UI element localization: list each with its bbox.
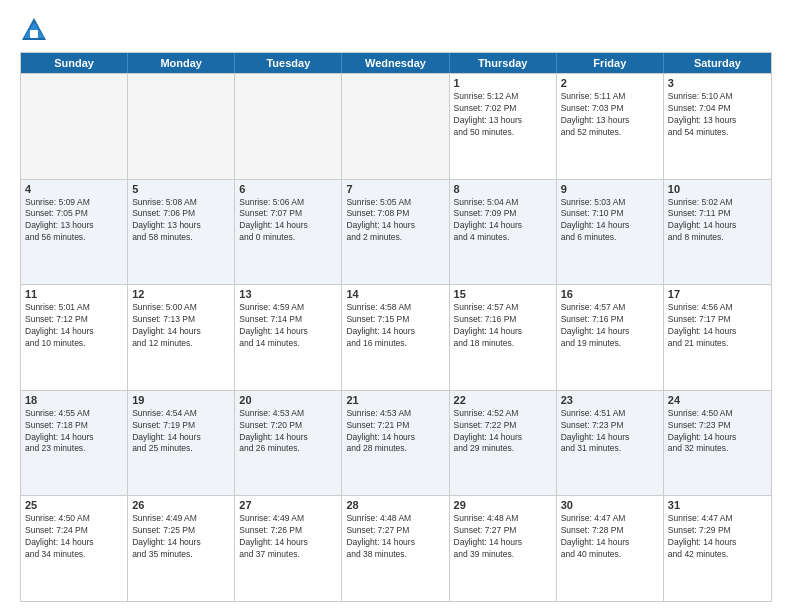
day-number: 3	[668, 77, 767, 89]
day-number: 11	[25, 288, 123, 300]
cell-info: Sunrise: 4:59 AM Sunset: 7:14 PM Dayligh…	[239, 302, 337, 350]
day-number: 5	[132, 183, 230, 195]
day-number: 28	[346, 499, 444, 511]
calendar: SundayMondayTuesdayWednesdayThursdayFrid…	[20, 52, 772, 602]
cell-info: Sunrise: 4:58 AM Sunset: 7:15 PM Dayligh…	[346, 302, 444, 350]
cell-info: Sunrise: 4:55 AM Sunset: 7:18 PM Dayligh…	[25, 408, 123, 456]
calendar-body: 1Sunrise: 5:12 AM Sunset: 7:02 PM Daylig…	[21, 73, 771, 601]
calendar-cell: 2Sunrise: 5:11 AM Sunset: 7:03 PM Daylig…	[557, 74, 664, 179]
day-number: 31	[668, 499, 767, 511]
logo-icon	[20, 16, 48, 44]
day-number: 12	[132, 288, 230, 300]
day-number: 21	[346, 394, 444, 406]
calendar-cell: 21Sunrise: 4:53 AM Sunset: 7:21 PM Dayli…	[342, 391, 449, 496]
calendar-cell: 11Sunrise: 5:01 AM Sunset: 7:12 PM Dayli…	[21, 285, 128, 390]
day-number: 7	[346, 183, 444, 195]
day-number: 10	[668, 183, 767, 195]
calendar-cell	[235, 74, 342, 179]
calendar-cell: 25Sunrise: 4:50 AM Sunset: 7:24 PM Dayli…	[21, 496, 128, 601]
cell-info: Sunrise: 4:48 AM Sunset: 7:27 PM Dayligh…	[346, 513, 444, 561]
cell-info: Sunrise: 4:53 AM Sunset: 7:21 PM Dayligh…	[346, 408, 444, 456]
calendar-cell: 4Sunrise: 5:09 AM Sunset: 7:05 PM Daylig…	[21, 180, 128, 285]
cell-info: Sunrise: 5:12 AM Sunset: 7:02 PM Dayligh…	[454, 91, 552, 139]
day-number: 16	[561, 288, 659, 300]
cell-info: Sunrise: 4:50 AM Sunset: 7:24 PM Dayligh…	[25, 513, 123, 561]
calendar-cell	[128, 74, 235, 179]
cell-info: Sunrise: 4:47 AM Sunset: 7:29 PM Dayligh…	[668, 513, 767, 561]
calendar-cell: 27Sunrise: 4:49 AM Sunset: 7:26 PM Dayli…	[235, 496, 342, 601]
calendar-cell: 5Sunrise: 5:08 AM Sunset: 7:06 PM Daylig…	[128, 180, 235, 285]
calendar-week-3: 11Sunrise: 5:01 AM Sunset: 7:12 PM Dayli…	[21, 284, 771, 390]
day-number: 17	[668, 288, 767, 300]
calendar-cell: 13Sunrise: 4:59 AM Sunset: 7:14 PM Dayli…	[235, 285, 342, 390]
cell-info: Sunrise: 4:54 AM Sunset: 7:19 PM Dayligh…	[132, 408, 230, 456]
calendar-week-5: 25Sunrise: 4:50 AM Sunset: 7:24 PM Dayli…	[21, 495, 771, 601]
day-number: 2	[561, 77, 659, 89]
cell-info: Sunrise: 4:52 AM Sunset: 7:22 PM Dayligh…	[454, 408, 552, 456]
calendar-cell: 20Sunrise: 4:53 AM Sunset: 7:20 PM Dayli…	[235, 391, 342, 496]
cell-info: Sunrise: 4:48 AM Sunset: 7:27 PM Dayligh…	[454, 513, 552, 561]
logo	[20, 16, 52, 44]
cell-info: Sunrise: 4:53 AM Sunset: 7:20 PM Dayligh…	[239, 408, 337, 456]
header-day-tuesday: Tuesday	[235, 53, 342, 73]
cell-info: Sunrise: 4:57 AM Sunset: 7:16 PM Dayligh…	[454, 302, 552, 350]
calendar-cell: 31Sunrise: 4:47 AM Sunset: 7:29 PM Dayli…	[664, 496, 771, 601]
calendar-cell: 23Sunrise: 4:51 AM Sunset: 7:23 PM Dayli…	[557, 391, 664, 496]
cell-info: Sunrise: 5:08 AM Sunset: 7:06 PM Dayligh…	[132, 197, 230, 245]
calendar-cell	[21, 74, 128, 179]
day-number: 18	[25, 394, 123, 406]
calendar-cell: 26Sunrise: 4:49 AM Sunset: 7:25 PM Dayli…	[128, 496, 235, 601]
day-number: 25	[25, 499, 123, 511]
day-number: 19	[132, 394, 230, 406]
header	[20, 16, 772, 44]
header-day-thursday: Thursday	[450, 53, 557, 73]
calendar-cell: 24Sunrise: 4:50 AM Sunset: 7:23 PM Dayli…	[664, 391, 771, 496]
header-day-friday: Friday	[557, 53, 664, 73]
day-number: 27	[239, 499, 337, 511]
cell-info: Sunrise: 5:02 AM Sunset: 7:11 PM Dayligh…	[668, 197, 767, 245]
day-number: 14	[346, 288, 444, 300]
day-number: 22	[454, 394, 552, 406]
calendar-cell: 8Sunrise: 5:04 AM Sunset: 7:09 PM Daylig…	[450, 180, 557, 285]
cell-info: Sunrise: 5:04 AM Sunset: 7:09 PM Dayligh…	[454, 197, 552, 245]
calendar-week-2: 4Sunrise: 5:09 AM Sunset: 7:05 PM Daylig…	[21, 179, 771, 285]
calendar-cell: 9Sunrise: 5:03 AM Sunset: 7:10 PM Daylig…	[557, 180, 664, 285]
cell-info: Sunrise: 4:47 AM Sunset: 7:28 PM Dayligh…	[561, 513, 659, 561]
day-number: 9	[561, 183, 659, 195]
day-number: 8	[454, 183, 552, 195]
header-day-sunday: Sunday	[21, 53, 128, 73]
day-number: 6	[239, 183, 337, 195]
day-number: 26	[132, 499, 230, 511]
calendar-cell: 12Sunrise: 5:00 AM Sunset: 7:13 PM Dayli…	[128, 285, 235, 390]
header-day-saturday: Saturday	[664, 53, 771, 73]
calendar-cell: 3Sunrise: 5:10 AM Sunset: 7:04 PM Daylig…	[664, 74, 771, 179]
calendar-cell: 19Sunrise: 4:54 AM Sunset: 7:19 PM Dayli…	[128, 391, 235, 496]
day-number: 15	[454, 288, 552, 300]
calendar-cell: 30Sunrise: 4:47 AM Sunset: 7:28 PM Dayli…	[557, 496, 664, 601]
calendar-week-4: 18Sunrise: 4:55 AM Sunset: 7:18 PM Dayli…	[21, 390, 771, 496]
cell-info: Sunrise: 5:10 AM Sunset: 7:04 PM Dayligh…	[668, 91, 767, 139]
day-number: 20	[239, 394, 337, 406]
cell-info: Sunrise: 5:06 AM Sunset: 7:07 PM Dayligh…	[239, 197, 337, 245]
calendar-cell: 28Sunrise: 4:48 AM Sunset: 7:27 PM Dayli…	[342, 496, 449, 601]
cell-info: Sunrise: 4:49 AM Sunset: 7:25 PM Dayligh…	[132, 513, 230, 561]
calendar-cell: 7Sunrise: 5:05 AM Sunset: 7:08 PM Daylig…	[342, 180, 449, 285]
cell-info: Sunrise: 4:50 AM Sunset: 7:23 PM Dayligh…	[668, 408, 767, 456]
svg-rect-2	[30, 30, 38, 38]
day-number: 29	[454, 499, 552, 511]
header-day-wednesday: Wednesday	[342, 53, 449, 73]
calendar-cell: 29Sunrise: 4:48 AM Sunset: 7:27 PM Dayli…	[450, 496, 557, 601]
calendar-cell: 22Sunrise: 4:52 AM Sunset: 7:22 PM Dayli…	[450, 391, 557, 496]
calendar-cell: 15Sunrise: 4:57 AM Sunset: 7:16 PM Dayli…	[450, 285, 557, 390]
cell-info: Sunrise: 5:09 AM Sunset: 7:05 PM Dayligh…	[25, 197, 123, 245]
cell-info: Sunrise: 5:03 AM Sunset: 7:10 PM Dayligh…	[561, 197, 659, 245]
calendar-cell: 18Sunrise: 4:55 AM Sunset: 7:18 PM Dayli…	[21, 391, 128, 496]
day-number: 13	[239, 288, 337, 300]
page: SundayMondayTuesdayWednesdayThursdayFrid…	[0, 0, 792, 612]
calendar-cell: 17Sunrise: 4:56 AM Sunset: 7:17 PM Dayli…	[664, 285, 771, 390]
cell-info: Sunrise: 5:01 AM Sunset: 7:12 PM Dayligh…	[25, 302, 123, 350]
cell-info: Sunrise: 4:49 AM Sunset: 7:26 PM Dayligh…	[239, 513, 337, 561]
cell-info: Sunrise: 4:56 AM Sunset: 7:17 PM Dayligh…	[668, 302, 767, 350]
cell-info: Sunrise: 4:51 AM Sunset: 7:23 PM Dayligh…	[561, 408, 659, 456]
day-number: 23	[561, 394, 659, 406]
